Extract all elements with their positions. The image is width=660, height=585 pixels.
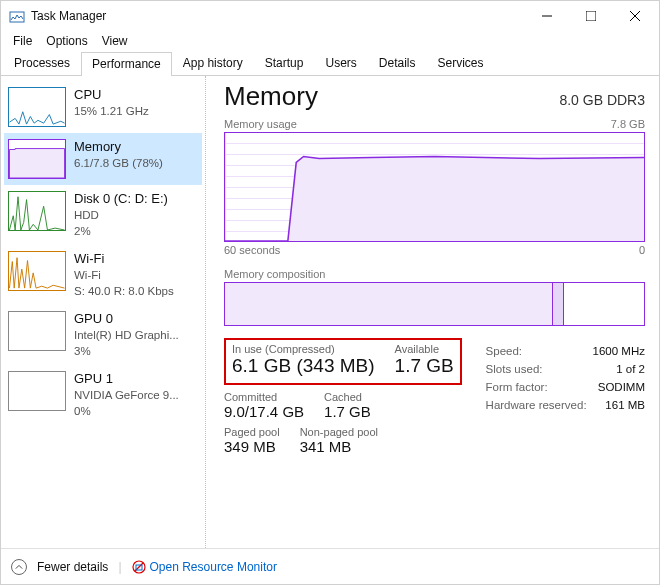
tab-users[interactable]: Users <box>314 51 367 75</box>
sidebar-label: Wi-Fi <box>74 251 174 267</box>
slots-key: Slots used: <box>486 360 587 378</box>
nonpaged-value: 341 MB <box>300 438 378 455</box>
menu-view[interactable]: View <box>96 33 134 49</box>
memory-composition-chart <box>224 282 645 326</box>
speed-val: 1600 MHz <box>593 342 645 360</box>
menu-options[interactable]: Options <box>40 33 93 49</box>
maximize-button[interactable] <box>569 1 613 31</box>
paged-value: 349 MB <box>224 438 280 455</box>
sidebar-label: Disk 0 (C: D: E:) <box>74 191 168 207</box>
tab-app-history[interactable]: App history <box>172 51 254 75</box>
in-use-label: In use (Compressed) <box>232 343 375 355</box>
committed-value: 9.0/17.4 GB <box>224 403 304 420</box>
in-use-value: 6.1 GB (343 MB) <box>232 355 375 377</box>
slots-val: 1 of 2 <box>593 360 645 378</box>
title-bar: Task Manager <box>1 1 659 31</box>
available-value: 1.7 GB <box>395 355 454 377</box>
sidebar-item-gpu1[interactable]: GPU 1NVIDIA GeForce 9...0% <box>4 365 202 425</box>
tab-details[interactable]: Details <box>368 51 427 75</box>
window-title: Task Manager <box>31 9 525 23</box>
hw-key: Hardware reserved: <box>486 396 587 414</box>
fewer-details-link[interactable]: Fewer details <box>37 560 108 574</box>
form-val: SODIMM <box>593 378 645 396</box>
cached-value: 1.7 GB <box>324 403 371 420</box>
composition-label: Memory composition <box>224 268 325 280</box>
tab-strip: Processes Performance App history Startu… <box>1 51 659 76</box>
page-subtitle: 8.0 GB DDR3 <box>559 92 645 108</box>
sidebar-item-gpu0[interactable]: GPU 0Intel(R) HD Graphi...3% <box>4 305 202 365</box>
chart-xright: 0 <box>639 244 645 256</box>
highlighted-stats: In use (Compressed) 6.1 GB (343 MB) Avai… <box>224 338 462 385</box>
memory-usage-chart <box>224 132 645 242</box>
speed-key: Speed: <box>486 342 587 360</box>
sidebar-label: GPU 1 <box>74 371 179 387</box>
tab-startup[interactable]: Startup <box>254 51 315 75</box>
chevron-up-icon[interactable] <box>11 559 27 575</box>
tab-performance[interactable]: Performance <box>81 52 172 76</box>
sidebar-item-cpu[interactable]: CPU15% 1.21 GHz <box>4 81 202 133</box>
sidebar-item-memory[interactable]: Memory6.1/7.8 GB (78%) <box>4 133 202 185</box>
sidebar-label: GPU 0 <box>74 311 179 327</box>
main-area: CPU15% 1.21 GHz Memory6.1/7.8 GB (78%) D… <box>1 76 659 548</box>
sidebar-label: Memory <box>74 139 163 155</box>
close-button[interactable] <box>613 1 657 31</box>
open-resource-monitor-link[interactable]: Open Resource Monitor <box>132 560 277 574</box>
sidebar-item-wifi[interactable]: Wi-FiWi-FiS: 40.0 R: 8.0 Kbps <box>4 245 202 305</box>
tab-services[interactable]: Services <box>427 51 495 75</box>
stats-block: In use (Compressed) 6.1 GB (343 MB) Avai… <box>224 338 645 455</box>
sidebar-label: CPU <box>74 87 149 103</box>
paged-label: Paged pool <box>224 426 280 438</box>
svg-rect-2 <box>586 11 596 21</box>
sidebar-item-disk[interactable]: Disk 0 (C: D: E:)HDD2% <box>4 185 202 245</box>
content-pane: Memory 8.0 GB DDR3 Memory usage7.8 GB 60… <box>206 76 659 548</box>
footer: Fewer details | Open Resource Monitor <box>1 548 659 584</box>
page-title: Memory <box>224 81 318 112</box>
cached-label: Cached <box>324 391 371 403</box>
menu-bar: File Options View <box>1 31 659 51</box>
menu-file[interactable]: File <box>7 33 38 49</box>
committed-label: Committed <box>224 391 304 403</box>
hw-val: 161 MB <box>593 396 645 414</box>
sidebar: CPU15% 1.21 GHz Memory6.1/7.8 GB (78%) D… <box>1 76 206 548</box>
form-key: Form factor: <box>486 378 587 396</box>
chart-xleft: 60 seconds <box>224 244 280 256</box>
minimize-button[interactable] <box>525 1 569 31</box>
chart-label: Memory usage <box>224 118 297 130</box>
tab-processes[interactable]: Processes <box>3 51 81 75</box>
nonpaged-label: Non-paged pool <box>300 426 378 438</box>
available-label: Available <box>395 343 454 355</box>
chart-max: 7.8 GB <box>611 118 645 130</box>
resource-monitor-icon <box>132 560 146 574</box>
app-icon <box>9 8 25 24</box>
